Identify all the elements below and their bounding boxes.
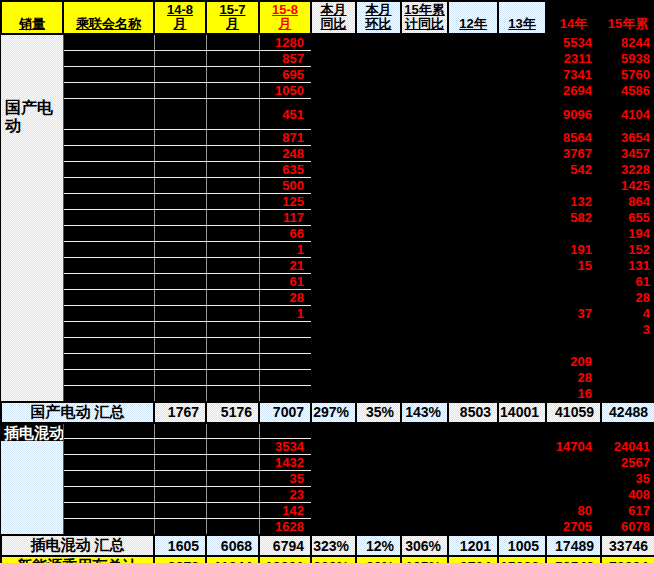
value-2015-cum: 6078 [601,519,654,536]
cell-mom-yoy-redacted [311,210,356,226]
value-15-8: 248 [259,146,311,162]
value-2015-cum: 3228 [601,162,654,178]
cell-mom-yoy-redacted [311,386,356,402]
value-2014: 542 [546,162,601,178]
cell-2012-redacted [448,386,498,402]
cell-2012-redacted [448,130,498,146]
cell-15-7-redacted [206,67,259,83]
cell-ytd-yoy-redacted [401,83,448,99]
summary-value: 1605 [154,535,206,556]
value-2015-cum: 408 [601,487,654,503]
name-cell-redacted [63,519,154,536]
cell-15-7-redacted [206,290,259,306]
value-15-8: 3534 [259,439,311,455]
column-header-label: 乘联会名称 [76,16,141,31]
summary-value: 7007 [259,402,311,423]
cell-2013-redacted [498,455,546,471]
summary-value: 6794 [259,535,311,556]
cell-14-8-redacted [154,34,206,51]
cell-mom-mom-redacted [356,162,401,178]
cell-2013-redacted [498,210,546,226]
grand-total-value: 13801 [259,556,311,563]
column-header-11: 14年 [546,1,601,34]
cell-mom-yoy-redacted [311,519,356,536]
value-2015-cum: 617 [601,503,654,519]
cell-mom-mom-redacted [356,258,401,274]
grand-total-value: 76234 [601,556,654,563]
name-cell-redacted [63,386,154,402]
value-2015-cum: 5938 [601,51,654,67]
value-2014: 3767 [546,146,601,162]
value-15-8 [259,322,311,338]
summary-value: 6068 [206,535,259,556]
value-2014 [546,290,601,306]
cell-mom-mom-redacted [356,194,401,210]
cell-14-8-redacted [154,162,206,178]
value-2014 [546,178,601,194]
cell-15-7-redacted [206,519,259,536]
summary-value: 306% [401,535,448,556]
value-15-8: 857 [259,51,311,67]
data-row: 23408 [1,487,654,503]
cell-14-8-redacted [154,322,206,338]
data-row: 1191152 [1,242,654,258]
column-header-label: 15-7 月 [219,2,245,32]
cell-14-8-redacted [154,503,206,519]
cell-2012-redacted [448,439,498,455]
cell-mom-yoy-redacted [311,338,356,354]
summary-value: 14001 [498,402,546,423]
value-2015-cum: 3 [601,322,654,338]
value-15-8: 871 [259,130,311,146]
value-2015-cum: 8244 [601,34,654,51]
cell-14-8-redacted [154,423,206,439]
column-header-label: 销量 [19,16,45,31]
cell-mom-yoy-redacted [311,226,356,242]
data-row: 35341470424041 [1,439,654,455]
name-cell-redacted [63,67,154,83]
data-row: 5001425 [1,178,654,194]
cell-mom-mom-redacted [356,178,401,194]
value-15-8: 695 [259,67,311,83]
summary-row: 国产电动 汇总176751767007297%35%143%8503140014… [1,402,654,423]
name-cell-redacted [63,210,154,226]
value-2014: 80 [546,503,601,519]
cell-2012-redacted [448,290,498,306]
cell-15-7-redacted [206,338,259,354]
cell-mom-mom-redacted [356,226,401,242]
cell-mom-yoy-redacted [311,178,356,194]
cell-2012-redacted [448,34,498,51]
name-cell-redacted [63,99,154,130]
cell-15-7-redacted [206,210,259,226]
cell-15-7-redacted [206,83,259,99]
category-label: 国产电动 [1,35,63,135]
value-2014 [546,338,601,354]
cell-14-8-redacted [154,519,206,536]
value-15-8 [259,354,311,370]
cell-15-7-redacted [206,370,259,386]
cell-15-7-redacted [206,322,259,338]
cell-ytd-yoy-redacted [401,423,448,439]
data-row: 2828 [1,290,654,306]
value-2015-cum: 35 [601,471,654,487]
value-2014: 5534 [546,34,601,51]
data-row: 14280617 [1,503,654,519]
name-cell-redacted [63,83,154,99]
value-2015-cum: 864 [601,194,654,210]
name-cell-redacted [63,423,154,439]
cell-mom-yoy-redacted [311,146,356,162]
cell-14-8-redacted [154,210,206,226]
grand-total-value: 309% [311,556,356,563]
cell-mom-yoy-redacted [311,322,356,338]
value-2014 [546,471,601,487]
cell-2013-redacted [498,471,546,487]
column-header-label: 12年 [459,16,486,31]
name-cell-redacted [63,194,154,210]
cell-2013-redacted [498,503,546,519]
cell-14-8-redacted [154,194,206,210]
sales-spreadsheet: 销量乘联会名称14-8 月15-7 月15-8 月本月 同比本月 环比15年累 … [0,0,654,563]
value-2014: 28 [546,370,601,386]
column-header-12: 15年累 [601,1,654,34]
cell-2013-redacted [498,178,546,194]
cell-mom-yoy-redacted [311,194,356,210]
cell-mom-mom-redacted [356,322,401,338]
